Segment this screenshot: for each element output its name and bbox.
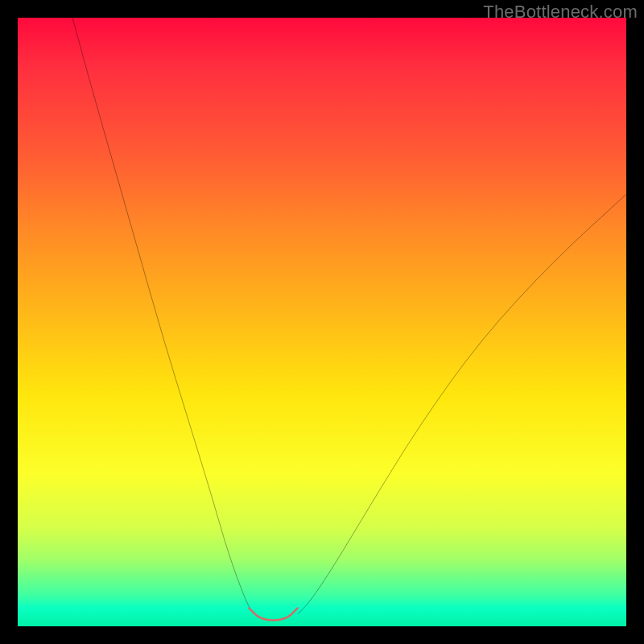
flat-highlight [249,608,297,620]
curve-left [72,18,255,614]
chart-frame: TheBottleneck.com [0,0,644,644]
plot-area [18,18,626,626]
curves-svg [18,18,626,626]
curve-right [298,194,626,614]
watermark-text: TheBottleneck.com [483,2,638,23]
